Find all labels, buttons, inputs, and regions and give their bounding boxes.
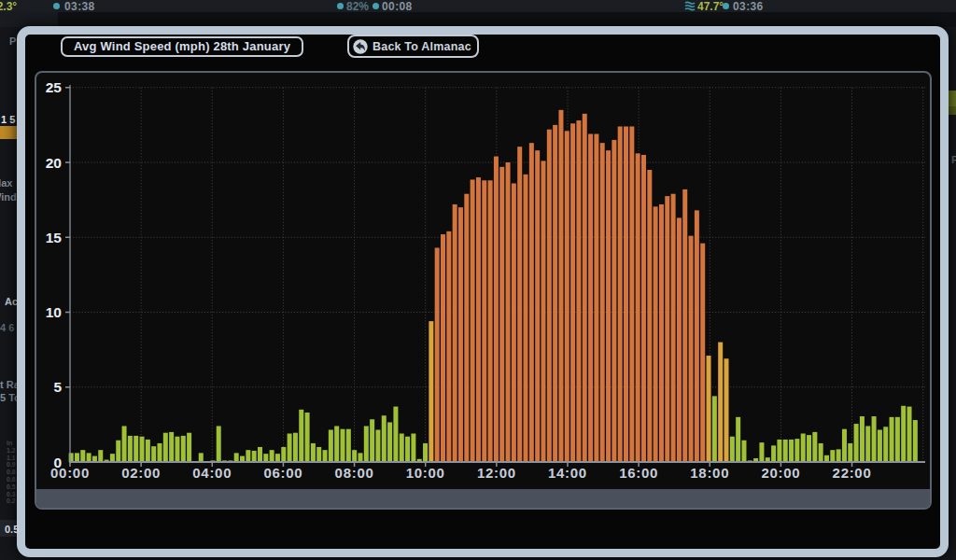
chart-panel: 051015202500:0002:0004:0006:0008:0010:00… xyxy=(35,71,932,510)
back-button-label: Back To Almanac xyxy=(373,40,471,53)
back-arrow-icon xyxy=(353,39,368,54)
chart-title: Avg Wind Speed (mph) 28th January xyxy=(61,36,303,57)
bg-humidity: 82% xyxy=(346,0,369,13)
bg-fragment-value: 0.5 xyxy=(5,524,19,535)
dot-icon xyxy=(337,3,344,9)
svg-text:04:00: 04:00 xyxy=(192,465,232,481)
svg-text:15: 15 xyxy=(46,230,63,245)
back-to-almanac-button[interactable]: Back To Almanac xyxy=(347,35,479,58)
bg-time-left: 03:38 xyxy=(64,0,95,13)
background-top-strip: 62.3° 03:38 82% 00:08 47.7° 03:36 xyxy=(0,0,956,12)
bg-fragment-row15: 1 5 xyxy=(1,114,15,125)
svg-text:22:00: 22:00 xyxy=(833,465,872,481)
bg-temp-right: 47.7° xyxy=(697,0,724,13)
bg-fragment-wind: Wind xyxy=(0,191,17,203)
bg-fragment-f: F xyxy=(951,154,956,165)
bg-fragment-46: 4 6 xyxy=(0,322,14,333)
svg-text:12:00: 12:00 xyxy=(477,465,516,481)
svg-text:20: 20 xyxy=(46,155,62,171)
svg-text:14:00: 14:00 xyxy=(548,465,587,481)
svg-text:18:00: 18:00 xyxy=(690,465,729,481)
svg-text:16:00: 16:00 xyxy=(619,465,658,481)
screen: 62.3° 03:38 82% 00:08 47.7° 03:36 P 1 5 … xyxy=(0,0,956,560)
wind-waves-icon xyxy=(684,1,696,11)
bg-time-center: 00:08 xyxy=(382,0,413,13)
chart-panel-footer xyxy=(36,489,930,508)
svg-text:02:00: 02:00 xyxy=(121,465,161,481)
svg-text:10: 10 xyxy=(46,304,62,320)
bg-time-right: 03:36 xyxy=(733,0,764,13)
background-band xyxy=(0,12,956,27)
svg-text:06:00: 06:00 xyxy=(263,465,302,481)
svg-text:10:00: 10:00 xyxy=(406,465,445,481)
bg-temp-left: 62.3° xyxy=(0,0,17,13)
svg-text:00:00: 00:00 xyxy=(50,465,90,481)
bg-green-square xyxy=(949,91,956,115)
bg-highlight-row xyxy=(0,126,17,139)
svg-text:25: 25 xyxy=(46,79,63,95)
dot-icon xyxy=(723,3,729,9)
dot-icon xyxy=(53,3,60,9)
svg-text:20:00: 20:00 xyxy=(761,465,800,481)
bg-fragment-max: Max xyxy=(0,177,12,189)
dot-icon xyxy=(373,3,379,9)
wind-speed-bar-chart: 051015202500:0002:0004:0006:0008:0010:00… xyxy=(36,73,930,489)
svg-text:5: 5 xyxy=(53,379,62,395)
svg-text:08:00: 08:00 xyxy=(335,465,374,481)
bg-fragment-p: P xyxy=(9,35,16,47)
background-band-left xyxy=(0,12,58,27)
